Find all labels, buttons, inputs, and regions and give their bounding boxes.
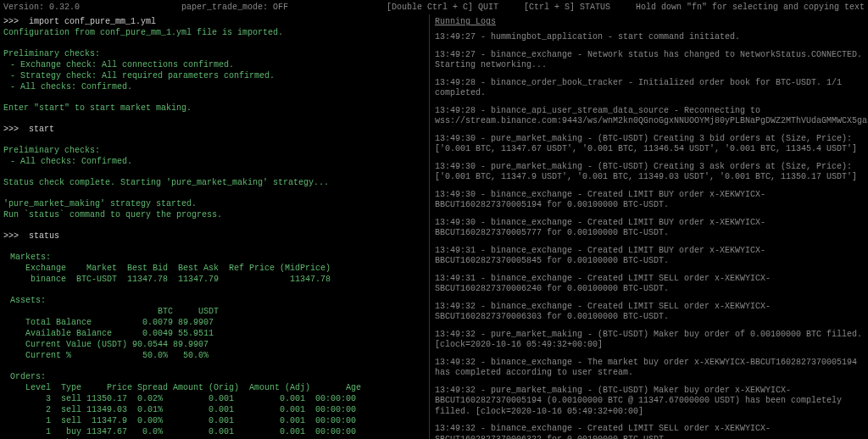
start-hint: Enter "start" to start market making. [3,103,426,114]
log-entry: 13:49:31 - binance_exchange - Created LI… [435,246,863,267]
orders-title: Orders: [3,371,426,382]
strategy-started: 'pure_market_making' strategy started. [3,198,426,209]
log-entry: 13:49:32 - binance_exchange - Created LI… [435,424,863,439]
import-command: >>> import conf_pure_mm_1.yml [3,16,426,27]
log-entry: 13:49:30 - binance_exchange - Created LI… [435,218,863,239]
log-entry: 13:49:31 - binance_exchange - Created LI… [435,274,863,295]
start-command: >>> start [3,124,426,135]
log-entry: 13:49:30 - binance_exchange - Created LI… [435,190,863,211]
logs-title: Running Logs [435,16,863,27]
log-entry: 13:49:30 - pure_market_making - (BTC-USD… [435,162,863,183]
assets-title: Assets: [3,295,426,306]
assets-header: BTC USDT [3,306,426,317]
total-balance: Total Balance 0.0079 89.9907 [3,317,426,328]
orders-header: Level Type Price Spread Amount (Orig) Am… [3,382,426,393]
log-entry: 13:49:32 - binance_exchange - The market… [435,358,863,379]
status-complete: Status check complete. Starting 'pure_ma… [3,177,426,188]
status-command: >>> status [3,231,426,242]
prelim2-title: Preliminary checks: [3,145,426,156]
markets-row: binance BTC-USDT 11347.78 11347.79 11347… [3,274,426,285]
check-exchange: - Exchange check: All connections confir… [3,59,426,70]
order-row: 3 sell 11350.17 0.02% 0.001 0.001 00:00:… [3,393,426,404]
header-bar: Version: 0.32.0 paper_trade_mode: OFF [D… [0,0,868,14]
status-hint: [Ctrl + S] STATUS [524,2,610,13]
command-pane[interactable]: >>> import conf_pure_mm_1.yml Configurat… [0,14,430,439]
current-pct: Current % 50.0% 50.0% [3,350,426,361]
order-row: 1 sell 11347.9 0.00% 0.001 0.001 00:00:0… [3,415,426,426]
log-entry: 13:49:28 - binance_order_book_tracker - … [435,78,863,99]
log-entry: 13:49:32 - binance_exchange - Created LI… [435,302,863,323]
order-row: 2 sell 11349.03 0.01% 0.001 0.001 00:00:… [3,404,426,415]
log-entry: 13:49:27 - hummingbot_application - star… [435,32,863,43]
paper-trade-label: paper_trade_mode: OFF [181,2,288,13]
log-entry: 13:49:32 - pure_market_making - (BTC-USD… [435,386,863,418]
fn-hint: Hold down "fn" for selecting and copying… [636,2,865,13]
prelim-title: Preliminary checks: [3,48,426,59]
quit-hint: [Double Ctrl + C] QUIT [387,2,498,13]
markets-header: Exchange Market Best Bid Best Ask Ref Pr… [3,263,426,274]
log-entry: 13:49:27 - binance_exchange - Network st… [435,50,863,71]
import-message: Configuration from conf_pure_mm_1.yml fi… [3,27,426,38]
version-label: Version: 0.32.0 [3,2,80,13]
log-entry: 13:49:32 - pure_market_making - (BTC-USD… [435,330,863,351]
current-value: Current Value (USDT) 90.0544 89.9907 [3,339,426,350]
markets-title: Markets: [3,252,426,263]
prelim2-check: - All checks: Confirmed. [3,156,426,167]
log-entry: 13:49:30 - pure_market_making - (BTC-USD… [435,134,863,155]
logs-pane[interactable]: Running Logs 13:49:27 - hummingbot_appli… [430,14,868,439]
check-all: - All checks: Confirmed. [3,81,426,92]
order-row: 1 buy 11347.67 0.0% 0.001 0.001 00:00:00 [3,426,426,437]
check-strategy: - Strategy check: All required parameter… [3,70,426,81]
run-status-hint: Run `status` command to query the progre… [3,209,426,220]
log-entry: 13:49:28 - binance_api_user_stream_data_… [435,106,863,127]
available-balance: Available Balance 0.0049 55.9511 [3,328,426,339]
